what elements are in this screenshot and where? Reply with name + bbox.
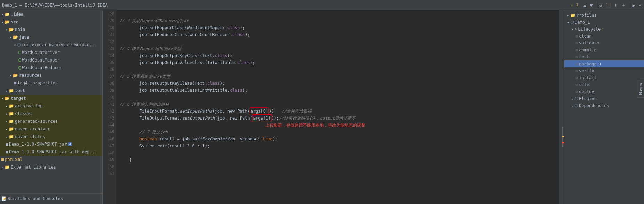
maven-item-install[interactable]: ⚙ install	[564, 74, 644, 81]
folder-icon: 📁	[9, 127, 14, 131]
maven-item-package[interactable]: ⚙ package 3	[564, 60, 644, 67]
maven-item-dependencies[interactable]: ▸ ⬡ Dependencies	[564, 102, 644, 109]
maven-item-validate[interactable]: ⚙ validate	[564, 40, 644, 47]
java-class-icon: C	[18, 57, 21, 63]
maven-item-plugins[interactable]: ▸ ⬡ Plugins	[564, 95, 644, 102]
tree-item-maven-status[interactable]: ▸ 📁 maven-status	[0, 133, 102, 140]
tree-item-snapshot-jar[interactable]: ■ Demo_1-1.0-SNAPSHOT.jar 4	[0, 140, 102, 148]
tree-item-package[interactable]: ▾ ⬡ com.yingzi.mapreduce.wordco...	[0, 41, 102, 49]
tree-item-main[interactable]: ▾ 📂 main	[0, 26, 102, 33]
run-icon[interactable]: ▶	[631, 2, 636, 9]
package-badge: 3	[598, 62, 602, 66]
maven-item-clean[interactable]: ⚙ clean	[564, 33, 644, 40]
tree-label: Scratches and Consoles	[8, 196, 63, 201]
folder-arrow-icon: ▾	[10, 74, 12, 77]
maven-sidebar-label[interactable]: Maven	[637, 80, 644, 98]
tree-item-test[interactable]: ▸ 📁 test	[0, 87, 102, 95]
tree-label: Demo_1-1.0-SNAPSHOT-jar-with-dep...	[9, 149, 97, 154]
nav-up-icon[interactable]: ▲	[582, 2, 587, 9]
tree-item-java[interactable]: ▾ 📂 java	[0, 33, 102, 41]
folder-icon: 📁	[9, 88, 14, 93]
code-editor: 28 29 30 31 32 33 34 35 36 37 38 39 40 4…	[103, 10, 564, 204]
tree-item-resources[interactable]: ▾ 📂 resources	[0, 72, 102, 79]
tree-label: src	[11, 19, 18, 24]
tree-item-classes[interactable]: ▸ 📁 classes	[0, 110, 102, 117]
tree-item-snapshot-jar-with-dep[interactable]: ■ Demo_1-1.0-SNAPSHOT-jar-with-dep...	[0, 148, 102, 156]
module-icon: ⬡	[570, 20, 574, 25]
line-num: 51	[103, 170, 114, 177]
gear-icon: ⚙	[575, 62, 578, 66]
gear-icon: ⚙	[575, 75, 578, 80]
code-line-34: job.setMapOutputKeyClass(Text.class);	[119, 52, 559, 59]
tree-item-scratches[interactable]: 📝 Scratches and Consoles	[0, 195, 102, 203]
jar-icon: ■	[6, 149, 8, 154]
line-num: 41	[103, 101, 114, 108]
tree-item-log4j[interactable]: ■ log4j.properties	[0, 79, 102, 87]
warning-indicator: ⚠	[571, 3, 573, 7]
tree-label: WordCountDriver	[22, 50, 59, 55]
tree-label: resources	[19, 73, 42, 78]
java-class-icon: C	[18, 50, 21, 55]
scratches-icon: 📝	[1, 196, 7, 201]
maven-label: Demo_1	[575, 20, 590, 25]
tree-item-idea[interactable]: ▾ 📁 .idea	[0, 10, 102, 18]
refresh-icon[interactable]: ↺	[598, 2, 603, 9]
maven-item-profiles[interactable]: ▸ 📁 Profiles	[564, 12, 644, 19]
line-num: 40	[103, 94, 114, 101]
code-line-31: job.setReducerClass(WordCountReducer.cla…	[119, 31, 559, 38]
folder-arrow-icon: ▸	[1, 165, 3, 169]
tree-item-archive-tmp[interactable]: ▸ 📁 archive-tmp	[0, 102, 102, 110]
code-line-41: // 6 设置输入和输出路径	[119, 101, 559, 108]
maven-item-deploy[interactable]: ⚙ deploy	[564, 88, 644, 95]
tree-item-driver[interactable]: C WordCountDriver	[0, 49, 102, 56]
gear-icon: ⚙	[575, 68, 578, 73]
tree-item-src[interactable]: ▾ 📂 src	[0, 18, 102, 26]
folder-icon: 📂	[13, 73, 18, 78]
sep1	[596, 2, 596, 9]
tree-item-reducer[interactable]: C WordCountReducer	[0, 64, 102, 72]
line-num: 47	[103, 142, 114, 149]
tree-item-maven-archiver[interactable]: ▸ 📁 maven-archiver	[0, 125, 102, 133]
build-project-icon[interactable]: ⬛	[605, 2, 612, 8]
maven-label: verify	[579, 68, 594, 73]
code-line-28	[119, 10, 559, 17]
folder-icon: 📁	[9, 104, 14, 108]
download-icon[interactable]: ⬇	[613, 2, 618, 9]
maven-item-lifecycle[interactable]: ▾ ⚡ Lifecycle 2	[564, 26, 644, 33]
tree-item-target[interactable]: ▾ 📂 target	[0, 95, 102, 102]
maven-label: Lifecycle	[578, 27, 601, 32]
maven-label: package	[579, 62, 597, 66]
code-line-43: FileOutputFormat.setOutputPath(job, new …	[119, 115, 559, 122]
expand-arrow-icon: ▸	[571, 97, 573, 101]
lifecycle-icon: ⚡	[574, 27, 577, 32]
folder-arrow-icon: ▾	[10, 35, 12, 39]
tree-item-mapper[interactable]: C WordCountMapper	[0, 56, 102, 64]
maven-item-compile[interactable]: ⚙ compile	[564, 47, 644, 54]
tree-label: .idea	[11, 12, 23, 17]
maven-item-test[interactable]: ⚙ test	[564, 54, 644, 60]
jar-badge: 4	[68, 142, 72, 146]
tree-label: test	[15, 88, 25, 93]
tree-item-generated-sources[interactable]: ▸ 📁 generated-sources	[0, 117, 102, 125]
expand-icon[interactable]: »	[638, 2, 642, 8]
maven-item-verify[interactable]: ⚙ verify	[564, 67, 644, 74]
file-tree: ▾ 📁 .idea ▾ 📂 src ▾ 📂 main ▾ 📂 java ▾ ⬡ …	[0, 10, 103, 204]
editor-scrollbar[interactable]	[559, 10, 564, 204]
maven-label: Profiles	[577, 13, 597, 18]
maven-item-site[interactable]: ⚙ site	[564, 81, 644, 88]
maven-label: compile	[579, 48, 597, 52]
nav-down-icon[interactable]: ▼	[589, 2, 594, 9]
line-num: 34	[103, 52, 114, 59]
maven-item-demo1[interactable]: ▾ ⬡ Demo_1	[564, 19, 644, 26]
tree-item-pom[interactable]: ■ pom.xml	[0, 156, 102, 163]
code-area[interactable]: // 3 关联Mapper和Reducer的jar job.setMapperC…	[116, 10, 559, 204]
add-icon[interactable]: ＋	[620, 1, 627, 9]
line-numbers: 28 29 30 31 32 33 34 35 36 37 38 39 40 4…	[103, 10, 116, 204]
folder-arrow-icon: ▾	[1, 13, 3, 16]
code-line-30: job.setMapperClass(WordCountMapper.class…	[119, 24, 559, 31]
tree-item-external-libraries[interactable]: ▸ 📁 External Libraries	[0, 163, 102, 171]
expand-arrow-icon: ▸	[571, 104, 573, 108]
line-num: 38	[103, 80, 114, 87]
line-num: 35	[103, 59, 114, 66]
tree-label: archive-tmp	[15, 104, 42, 108]
